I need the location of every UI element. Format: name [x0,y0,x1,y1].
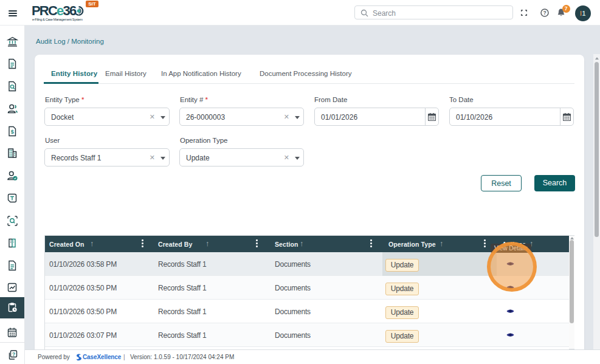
svg-text:?: ? [543,10,546,16]
svg-text:$: $ [11,129,14,135]
svg-text:?: ? [12,351,15,357]
